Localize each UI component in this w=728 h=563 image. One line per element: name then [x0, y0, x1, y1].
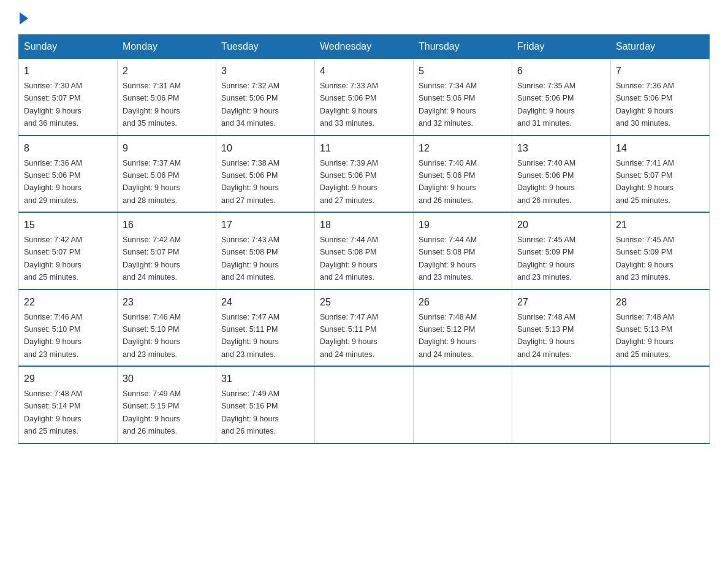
- day-info: Sunrise: 7:49 AMSunset: 5:16 PMDaylight:…: [221, 389, 279, 435]
- day-info: Sunrise: 7:46 AMSunset: 5:10 PMDaylight:…: [24, 313, 82, 359]
- day-number: 29: [24, 372, 112, 386]
- logo-arrow-icon: [20, 12, 28, 25]
- calendar-cell: 2 Sunrise: 7:31 AMSunset: 5:06 PMDayligh…: [118, 59, 216, 136]
- day-number: 25: [320, 295, 408, 310]
- day-number: 10: [221, 141, 309, 156]
- day-info: Sunrise: 7:45 AMSunset: 5:09 PMDaylight:…: [616, 236, 674, 282]
- header-tuesday: Tuesday: [216, 35, 315, 59]
- day-info: Sunrise: 7:48 AMSunset: 5:12 PMDaylight:…: [419, 313, 477, 359]
- day-info: Sunrise: 7:48 AMSunset: 5:13 PMDaylight:…: [517, 313, 575, 359]
- day-info: Sunrise: 7:40 AMSunset: 5:06 PMDaylight:…: [419, 159, 477, 205]
- day-number: 21: [616, 218, 704, 232]
- calendar-cell: 15 Sunrise: 7:42 AMSunset: 5:07 PMDaylig…: [19, 212, 118, 289]
- day-number: 5: [419, 64, 507, 79]
- day-info: Sunrise: 7:35 AMSunset: 5:06 PMDaylight:…: [517, 82, 575, 128]
- logo: [18, 12, 29, 22]
- day-number: 14: [616, 141, 704, 156]
- calendar-cell: 3 Sunrise: 7:32 AMSunset: 5:06 PMDayligh…: [216, 59, 315, 136]
- day-info: Sunrise: 7:45 AMSunset: 5:09 PMDaylight:…: [517, 236, 575, 282]
- page-header: [18, 12, 710, 22]
- week-row-2: 8 Sunrise: 7:36 AMSunset: 5:06 PMDayligh…: [19, 136, 710, 213]
- week-row-4: 22 Sunrise: 7:46 AMSunset: 5:10 PMDaylig…: [19, 289, 710, 367]
- calendar-cell: 20 Sunrise: 7:45 AMSunset: 5:09 PMDaylig…: [512, 212, 611, 289]
- calendar-cell: 10 Sunrise: 7:38 AMSunset: 5:06 PMDaylig…: [216, 136, 315, 213]
- day-info: Sunrise: 7:47 AMSunset: 5:11 PMDaylight:…: [320, 313, 378, 359]
- day-info: Sunrise: 7:37 AMSunset: 5:06 PMDaylight:…: [123, 159, 181, 205]
- calendar-cell: 24 Sunrise: 7:47 AMSunset: 5:11 PMDaylig…: [216, 289, 315, 367]
- day-info: Sunrise: 7:40 AMSunset: 5:06 PMDaylight:…: [517, 159, 575, 205]
- day-info: Sunrise: 7:42 AMSunset: 5:07 PMDaylight:…: [123, 236, 181, 282]
- day-info: Sunrise: 7:49 AMSunset: 5:15 PMDaylight:…: [123, 389, 181, 435]
- calendar-cell: 16 Sunrise: 7:42 AMSunset: 5:07 PMDaylig…: [118, 212, 216, 289]
- day-number: 8: [24, 141, 112, 156]
- calendar-cell: 5 Sunrise: 7:34 AMSunset: 5:06 PMDayligh…: [414, 59, 512, 136]
- header-thursday: Thursday: [414, 35, 512, 59]
- day-info: Sunrise: 7:42 AMSunset: 5:07 PMDaylight:…: [24, 236, 82, 282]
- day-number: 3: [221, 64, 309, 79]
- calendar-cell: 29 Sunrise: 7:48 AMSunset: 5:14 PMDaylig…: [19, 366, 118, 443]
- day-number: 30: [123, 372, 211, 386]
- calendar-cell: 9 Sunrise: 7:37 AMSunset: 5:06 PMDayligh…: [118, 136, 216, 213]
- day-number: 2: [123, 64, 211, 79]
- calendar-cell: 14 Sunrise: 7:41 AMSunset: 5:07 PMDaylig…: [611, 136, 710, 213]
- day-number: 23: [123, 295, 211, 310]
- calendar-cell: 6 Sunrise: 7:35 AMSunset: 5:06 PMDayligh…: [512, 59, 611, 136]
- day-info: Sunrise: 7:44 AMSunset: 5:08 PMDaylight:…: [419, 236, 477, 282]
- day-info: Sunrise: 7:34 AMSunset: 5:06 PMDaylight:…: [419, 82, 477, 128]
- calendar-cell: 12 Sunrise: 7:40 AMSunset: 5:06 PMDaylig…: [414, 136, 512, 213]
- day-number: 19: [419, 218, 507, 232]
- day-info: Sunrise: 7:36 AMSunset: 5:06 PMDaylight:…: [616, 82, 674, 128]
- day-number: 1: [24, 64, 112, 79]
- day-info: Sunrise: 7:44 AMSunset: 5:08 PMDaylight:…: [320, 236, 378, 282]
- day-info: Sunrise: 7:47 AMSunset: 5:11 PMDaylight:…: [221, 313, 279, 359]
- day-info: Sunrise: 7:30 AMSunset: 5:07 PMDaylight:…: [24, 82, 82, 128]
- calendar-cell: 30 Sunrise: 7:49 AMSunset: 5:15 PMDaylig…: [118, 366, 216, 443]
- day-number: 16: [123, 218, 211, 232]
- day-number: 31: [221, 372, 309, 386]
- weekday-header-row: SundayMondayTuesdayWednesdayThursdayFrid…: [19, 35, 710, 59]
- calendar-cell: 1 Sunrise: 7:30 AMSunset: 5:07 PMDayligh…: [19, 59, 118, 136]
- day-info: Sunrise: 7:33 AMSunset: 5:06 PMDaylight:…: [320, 82, 378, 128]
- day-number: 4: [320, 64, 408, 79]
- calendar-cell: [315, 366, 414, 443]
- calendar-cell: 4 Sunrise: 7:33 AMSunset: 5:06 PMDayligh…: [315, 59, 414, 136]
- calendar-cell: 21 Sunrise: 7:45 AMSunset: 5:09 PMDaylig…: [611, 212, 710, 289]
- calendar-cell: 13 Sunrise: 7:40 AMSunset: 5:06 PMDaylig…: [512, 136, 611, 213]
- calendar-cell: [611, 366, 710, 443]
- day-info: Sunrise: 7:41 AMSunset: 5:07 PMDaylight:…: [616, 159, 674, 205]
- calendar-cell: 27 Sunrise: 7:48 AMSunset: 5:13 PMDaylig…: [512, 289, 611, 367]
- day-number: 6: [517, 64, 605, 79]
- day-number: 7: [616, 64, 704, 79]
- header-friday: Friday: [512, 35, 611, 59]
- calendar-cell: 22 Sunrise: 7:46 AMSunset: 5:10 PMDaylig…: [19, 289, 118, 367]
- day-info: Sunrise: 7:48 AMSunset: 5:13 PMDaylight:…: [616, 313, 674, 359]
- day-number: 18: [320, 218, 408, 232]
- header-wednesday: Wednesday: [315, 35, 414, 59]
- calendar-cell: 26 Sunrise: 7:48 AMSunset: 5:12 PMDaylig…: [414, 289, 512, 367]
- calendar-cell: 11 Sunrise: 7:39 AMSunset: 5:06 PMDaylig…: [315, 136, 414, 213]
- calendar-cell: 7 Sunrise: 7:36 AMSunset: 5:06 PMDayligh…: [611, 59, 710, 136]
- day-info: Sunrise: 7:43 AMSunset: 5:08 PMDaylight:…: [221, 236, 279, 282]
- day-number: 28: [616, 295, 704, 310]
- day-number: 11: [320, 141, 408, 156]
- day-info: Sunrise: 7:38 AMSunset: 5:06 PMDaylight:…: [221, 159, 279, 205]
- header-monday: Monday: [118, 35, 216, 59]
- calendar-cell: 28 Sunrise: 7:48 AMSunset: 5:13 PMDaylig…: [611, 289, 710, 367]
- calendar-cell: [414, 366, 512, 443]
- week-row-3: 15 Sunrise: 7:42 AMSunset: 5:07 PMDaylig…: [19, 212, 710, 289]
- day-number: 12: [419, 141, 507, 156]
- day-number: 26: [419, 295, 507, 310]
- day-info: Sunrise: 7:48 AMSunset: 5:14 PMDaylight:…: [24, 389, 82, 435]
- calendar-cell: 8 Sunrise: 7:36 AMSunset: 5:06 PMDayligh…: [19, 136, 118, 213]
- week-row-1: 1 Sunrise: 7:30 AMSunset: 5:07 PMDayligh…: [19, 59, 710, 136]
- day-number: 13: [517, 141, 605, 156]
- calendar-cell: [512, 366, 611, 443]
- day-number: 20: [517, 218, 605, 232]
- header-sunday: Sunday: [19, 35, 118, 59]
- calendar-cell: 25 Sunrise: 7:47 AMSunset: 5:11 PMDaylig…: [315, 289, 414, 367]
- calendar-cell: 17 Sunrise: 7:43 AMSunset: 5:08 PMDaylig…: [216, 212, 315, 289]
- day-number: 27: [517, 295, 605, 310]
- header-saturday: Saturday: [611, 35, 710, 59]
- day-info: Sunrise: 7:31 AMSunset: 5:06 PMDaylight:…: [123, 82, 181, 128]
- calendar-cell: 31 Sunrise: 7:49 AMSunset: 5:16 PMDaylig…: [216, 366, 315, 443]
